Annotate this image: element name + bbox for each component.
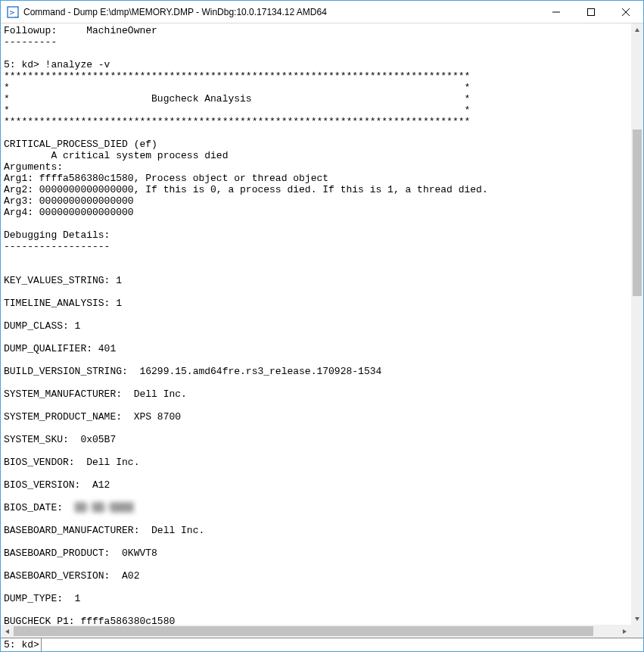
scroll-right-arrow-icon[interactable] <box>618 625 630 638</box>
vertical-scroll-thumb[interactable] <box>633 129 642 296</box>
close-button[interactable] <box>608 1 643 23</box>
scrollbar-corner <box>630 625 643 638</box>
minimize-button[interactable] <box>539 1 574 23</box>
out-line: BUGCHECK_P1: ffffa586380c1580 <box>4 616 175 625</box>
out-line: DUMP_TYPE: 1 <box>4 593 80 604</box>
out-line: SYSTEM_SKU: 0x05B7 <box>4 434 116 445</box>
out-line: BIOS_DATE: ██/██/████ <box>4 502 134 513</box>
out-line: ****************************************… <box>4 70 470 82</box>
vertical-scrollbar[interactable] <box>630 23 643 625</box>
out-line: ------------------ <box>4 241 110 252</box>
window-frame: >_ Command - Dump E:\dmp\MEMORY.DMP - Wi… <box>0 0 644 652</box>
output-pane[interactable]: Followup: MachineOwner --------- 5: kd> … <box>1 23 630 625</box>
horizontal-scrollbar[interactable] <box>1 625 643 638</box>
out-line: BASEBOARD_MANUFACTURER: Dell Inc. <box>4 525 204 536</box>
content-area: Followup: MachineOwner --------- 5: kd> … <box>1 23 643 651</box>
scroll-down-arrow-icon[interactable] <box>631 612 643 625</box>
out-line: Arg4: 0000000000000000 <box>4 207 134 218</box>
out-line: * * <box>4 105 470 116</box>
window-controls <box>539 1 643 23</box>
out-line: CRITICAL_PROCESS_DIED (ef) <box>4 139 157 150</box>
app-icon: >_ <box>7 6 19 18</box>
titlebar[interactable]: >_ Command - Dump E:\dmp\MEMORY.DMP - Wi… <box>1 1 643 23</box>
out-line: Arg2: 0000000000000000, If this is 0, a … <box>4 184 488 195</box>
out-line: BASEBOARD_PRODUCT: 0KWVT8 <box>4 547 157 559</box>
out-line: BIOS_VERSION: A12 <box>4 479 110 491</box>
svg-rect-3 <box>588 8 595 15</box>
command-prompt-label: 5: kd> <box>1 638 42 651</box>
out-line: BIOS_VENDOR: Dell Inc. <box>4 457 139 468</box>
redacted-date: ██/██/████ <box>75 502 134 513</box>
out-line: * * <box>4 82 470 93</box>
out-line: Arguments: <box>4 161 63 173</box>
out-line: Followup: MachineOwner <box>4 25 157 36</box>
out-line: TIMELINE_ANALYSIS: 1 <box>4 298 122 309</box>
out-line: Arg3: 0000000000000000 <box>4 195 134 207</box>
horizontal-scroll-track[interactable] <box>14 625 618 638</box>
horizontal-scroll-thumb[interactable] <box>14 626 593 636</box>
out-line: Arg1: ffffa586380c1580, Process object o… <box>4 173 328 184</box>
out-line: A critical system process died <box>4 150 228 161</box>
svg-marker-9 <box>623 629 627 634</box>
command-input[interactable] <box>42 638 643 651</box>
svg-text:>_: >_ <box>10 8 20 17</box>
window-title: Command - Dump E:\dmp\MEMORY.DMP - WinDb… <box>23 7 539 17</box>
scroll-up-arrow-icon[interactable] <box>631 23 643 36</box>
out-line: DUMP_QUALIFIER: 401 <box>4 343 116 354</box>
svg-marker-8 <box>5 629 9 634</box>
command-input-row: 5: kd> <box>1 638 643 651</box>
out-line: KEY_VALUES_STRING: 1 <box>4 275 122 286</box>
out-line: --------- <box>4 36 57 48</box>
svg-marker-6 <box>635 28 639 32</box>
maximize-button[interactable] <box>574 1 608 23</box>
out-line: DUMP_CLASS: 1 <box>4 320 80 332</box>
out-line: SYSTEM_PRODUCT_NAME: XPS 8700 <box>4 411 181 423</box>
out-line: ****************************************… <box>4 116 470 127</box>
out-line: SYSTEM_MANUFACTURER: Dell Inc. <box>4 388 187 400</box>
out-line: * Bugcheck Analysis * <box>4 93 470 105</box>
output-wrap: Followup: MachineOwner --------- 5: kd> … <box>1 23 643 625</box>
out-line: BASEBOARD_VERSION: A02 <box>4 570 139 582</box>
out-line: BUILD_VERSION_STRING: 16299.15.amd64fre.… <box>4 366 381 377</box>
out-line: 5: kd> !analyze -v <box>4 59 110 70</box>
out-line: Debugging Details: <box>4 229 110 241</box>
scroll-left-arrow-icon[interactable] <box>1 625 14 638</box>
svg-marker-7 <box>635 617 639 621</box>
